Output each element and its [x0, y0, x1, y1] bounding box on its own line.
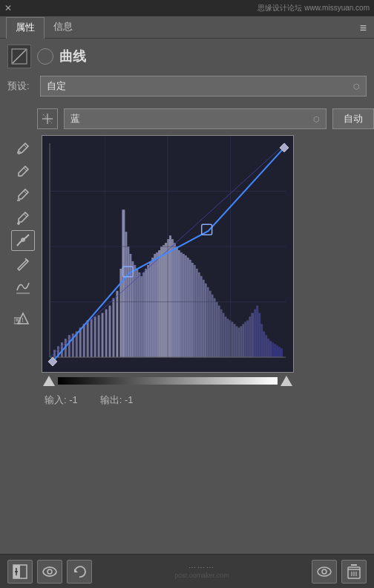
channel-select[interactable]: 蓝 ⬡ — [64, 108, 327, 129]
main-area: ! — [0, 135, 374, 388]
auto-button[interactable]: 自动 — [332, 108, 374, 129]
svg-rect-67 — [183, 254, 185, 357]
svg-rect-41 — [125, 232, 127, 357]
svg-rect-61 — [169, 235, 171, 357]
svg-rect-68 — [185, 255, 187, 357]
svg-rect-86 — [225, 316, 227, 357]
curve-edit-icon[interactable] — [11, 230, 35, 251]
svg-rect-96 — [246, 320, 249, 357]
svg-point-130 — [47, 569, 52, 574]
svg-rect-63 — [174, 243, 176, 357]
tab-properties[interactable]: 属性 — [6, 17, 45, 39]
eye-button[interactable] — [312, 560, 337, 584]
preset-arrow-icon: ⬡ — [353, 82, 360, 91]
svg-rect-85 — [223, 313, 225, 358]
svg-line-13 — [18, 269, 19, 270]
bottom-tools-left — [7, 560, 92, 584]
svg-rect-56 — [158, 250, 160, 357]
svg-rect-88 — [229, 320, 231, 357]
sample-icon[interactable] — [13, 207, 33, 228]
gradient-slider[interactable] — [58, 377, 278, 385]
panel-header: 曲线 — [7, 45, 367, 68]
black-point-slider[interactable] — [43, 376, 55, 386]
visibility-button[interactable] — [37, 560, 62, 584]
svg-rect-40 — [122, 209, 125, 357]
svg-rect-51 — [147, 265, 149, 357]
svg-rect-109 — [276, 345, 278, 357]
output-label: 输出: -1 — [100, 393, 134, 407]
svg-rect-55 — [156, 252, 158, 357]
tab-info[interactable]: 信息 — [45, 17, 82, 38]
svg-rect-97 — [249, 316, 251, 357]
warning-icon[interactable]: ! — [13, 307, 33, 328]
smooth-icon[interactable] — [13, 276, 33, 297]
svg-rect-108 — [274, 344, 276, 357]
preset-label: 预设: — [7, 79, 34, 93]
channel-arrow-icon: ⬡ — [313, 115, 320, 123]
close-icon[interactable]: ✕ — [4, 3, 12, 13]
svg-rect-100 — [256, 306, 258, 358]
svg-rect-104 — [265, 335, 267, 357]
svg-line-10 — [24, 214, 27, 217]
pencil-icon[interactable] — [13, 253, 33, 274]
white-point-slider[interactable] — [280, 376, 292, 386]
svg-rect-35 — [105, 310, 108, 358]
preset-select[interactable]: 自定 ⬡ — [40, 76, 367, 97]
svg-rect-98 — [251, 313, 254, 358]
svg-rect-91 — [235, 326, 237, 357]
svg-rect-48 — [140, 276, 142, 357]
svg-rect-103 — [263, 331, 265, 357]
svg-rect-95 — [244, 321, 246, 357]
svg-rect-76 — [203, 280, 205, 357]
eyedropper3-icon[interactable] — [13, 184, 33, 205]
svg-line-5 — [24, 145, 27, 148]
svg-rect-45 — [134, 265, 136, 357]
bottom-tools-right — [312, 560, 367, 584]
svg-rect-81 — [214, 298, 216, 358]
curves-icon — [7, 45, 31, 68]
mask-button[interactable] — [7, 560, 33, 584]
svg-rect-72 — [194, 265, 196, 357]
channel-value: 蓝 — [70, 112, 80, 125]
svg-rect-87 — [227, 318, 229, 357]
svg-rect-46 — [136, 269, 138, 357]
svg-rect-30 — [87, 320, 89, 357]
svg-rect-79 — [209, 291, 211, 357]
watermark: 思缘设计论坛 www.missyuan.com — [257, 3, 370, 13]
channel-tool-icon[interactable] — [37, 108, 58, 129]
svg-rect-110 — [278, 347, 280, 357]
svg-rect-99 — [254, 310, 256, 358]
svg-rect-69 — [187, 258, 189, 357]
chart-container — [42, 135, 367, 388]
svg-rect-93 — [240, 326, 242, 357]
curves-chart[interactable] — [42, 135, 294, 373]
preset-value: 自定 — [47, 79, 66, 93]
svg-rect-36 — [109, 306, 111, 358]
svg-rect-111 — [280, 348, 283, 357]
reset-button[interactable] — [67, 560, 92, 584]
svg-rect-34 — [102, 313, 104, 358]
svg-line-7 — [24, 168, 27, 171]
eyedropper1-icon[interactable] — [13, 138, 33, 159]
bottom-toolbar: ⋯⋯⋯ post.oomaker.com — [0, 554, 374, 588]
svg-rect-107 — [272, 342, 274, 357]
delete-button[interactable] — [341, 560, 367, 584]
svg-rect-80 — [211, 295, 214, 357]
tabs-row: 属性 信息 ≡ — [0, 16, 374, 39]
svg-rect-29 — [83, 324, 85, 357]
eyedropper2-icon[interactable] — [13, 161, 33, 182]
circle-icon — [37, 48, 53, 65]
svg-rect-54 — [154, 254, 156, 357]
svg-rect-50 — [145, 269, 147, 357]
svg-rect-101 — [258, 313, 260, 358]
svg-rect-83 — [218, 306, 220, 358]
svg-rect-47 — [138, 272, 140, 357]
svg-rect-73 — [196, 269, 198, 357]
svg-rect-32 — [94, 316, 96, 357]
svg-rect-78 — [207, 287, 209, 357]
svg-rect-90 — [233, 324, 235, 357]
panel-menu-icon[interactable]: ≡ — [352, 19, 374, 38]
svg-point-133 — [322, 569, 327, 574]
svg-rect-84 — [220, 310, 223, 358]
top-bar: ✕ 思缘设计论坛 www.missyuan.com — [0, 0, 374, 16]
